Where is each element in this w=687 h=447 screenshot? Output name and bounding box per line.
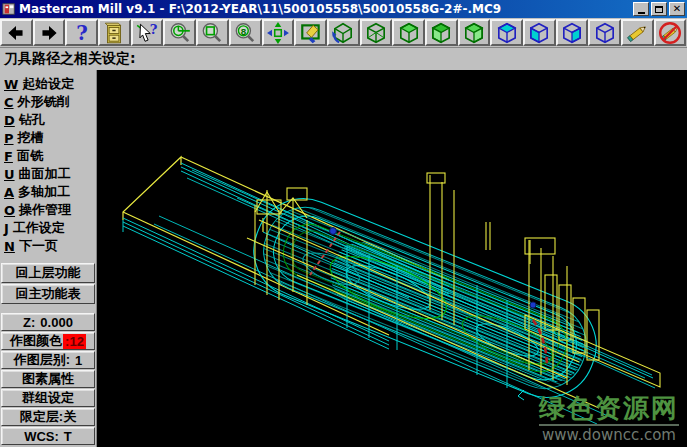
maximize-icon xyxy=(655,6,663,13)
fit-screen-button[interactable] xyxy=(262,19,295,46)
forward-arrow-icon xyxy=(37,21,61,45)
minimize-button[interactable] xyxy=(633,2,649,16)
z-value: 0.000 xyxy=(40,315,73,330)
prompt-bar: 刀具路径之相关设定: xyxy=(0,48,687,70)
repaint-button[interactable] xyxy=(294,19,327,46)
zoom-unzoom-icon: 8 xyxy=(233,21,257,45)
menu-item-start-settings[interactable]: W起始设定 xyxy=(1,75,95,93)
graphics-viewport[interactable]: 绿色资源网 www.downcc.com xyxy=(97,70,687,447)
entity-attributes-button[interactable]: 图素属性 xyxy=(1,370,95,388)
zoom-button[interactable] xyxy=(163,19,196,46)
drawing-level-value: 1 xyxy=(75,353,82,368)
main-menu-button[interactable]: 回主功能表 xyxy=(1,284,95,304)
repaint-icon xyxy=(299,21,323,45)
group-settings-button[interactable]: 群组设定 xyxy=(1,389,95,407)
svg-text:8: 8 xyxy=(241,25,247,36)
drawing-color-value: :12 xyxy=(63,334,86,349)
zoom-window-icon xyxy=(200,21,224,45)
menu-item-multiaxis[interactable]: A多轴加工 xyxy=(1,183,95,201)
fit-screen-icon xyxy=(266,21,290,45)
cursor-help-icon: ? xyxy=(135,21,159,45)
file-cabinet-icon xyxy=(102,21,126,45)
file-cabinet-button[interactable] xyxy=(98,19,131,46)
drawing-color-label: 作图颜色 xyxy=(10,332,62,350)
stray-arc xyxy=(518,390,524,400)
forward-arrow-button[interactable] xyxy=(33,19,66,46)
dynamic-rotate-button[interactable] xyxy=(327,19,360,46)
svg-text:?: ? xyxy=(76,21,88,44)
menu-item-pocket[interactable]: P挖槽 xyxy=(1,129,95,147)
limit-level-button[interactable]: 限定层:关 xyxy=(1,408,95,426)
z-label: Z: xyxy=(23,315,35,330)
cplane-top-icon xyxy=(495,21,519,45)
close-icon: ✕ xyxy=(673,4,681,14)
cplane-side-icon xyxy=(560,21,584,45)
menu-item-face[interactable]: F面铣 xyxy=(1,147,95,165)
gview-top-icon xyxy=(397,21,421,45)
menu-item-operations[interactable]: O操作管理 xyxy=(1,201,95,219)
gview-isometric-wire-icon xyxy=(364,21,388,45)
edit-off-button[interactable] xyxy=(654,19,687,46)
window-title: Mastercam Mill v9.1 - F:\2012-YEAR\11\50… xyxy=(19,2,633,16)
toolbar: ? ? xyxy=(0,18,687,48)
cplane-3d-button[interactable] xyxy=(588,19,621,46)
drawing-level-label: 作图层别: xyxy=(14,351,70,369)
menu-item-surface[interactable]: U曲面加工 xyxy=(1,165,95,183)
cplane-3d-icon xyxy=(593,21,617,45)
menu-item-drill[interactable]: D钻孔 xyxy=(1,111,95,129)
cplane-side-button[interactable] xyxy=(556,19,589,46)
back-arrow-icon xyxy=(4,21,28,45)
svg-text:?: ? xyxy=(150,22,158,37)
cursor-help-button[interactable]: ? xyxy=(131,19,164,46)
drawing-level-button[interactable]: 作图层别: 1 xyxy=(1,351,95,369)
cplane-top-button[interactable] xyxy=(490,19,523,46)
drawing-color-button[interactable]: 作图颜色 :12 xyxy=(1,332,95,350)
menu-item-contour[interactable]: C外形铣削 xyxy=(1,93,95,111)
edit-on-icon xyxy=(625,21,649,45)
menu-item-next-page[interactable]: N下一页 xyxy=(1,237,95,255)
title-bar: Mastercam Mill v9.1 - F:\2012-YEAR\11\50… xyxy=(0,0,687,18)
gview-side-button[interactable] xyxy=(458,19,491,46)
sidebar-menu: W起始设定 C外形铣削 D钻孔 P挖槽 F面铣 U曲面加工 A多轴加工 O操作管… xyxy=(0,70,97,447)
gview-side-icon xyxy=(462,21,486,45)
maximize-button[interactable] xyxy=(651,2,667,16)
wcs-value: T xyxy=(64,429,72,444)
menu-item-job-setup[interactable]: J工作设定 xyxy=(1,219,95,237)
dynamic-rotate-icon xyxy=(331,21,355,45)
close-button[interactable]: ✕ xyxy=(669,2,685,16)
zoom-unzoom-button[interactable]: 8 xyxy=(229,19,262,46)
zoom-icon xyxy=(168,21,192,45)
back-arrow-button[interactable] xyxy=(0,19,33,46)
cplane-front-button[interactable] xyxy=(523,19,556,46)
prompt-text: 刀具路径之相关设定: xyxy=(4,50,136,68)
backup-menu-button[interactable]: 回上层功能 xyxy=(1,263,95,283)
mastercam-app-icon xyxy=(2,2,16,16)
help-icon: ? xyxy=(70,21,94,45)
gview-front-button[interactable] xyxy=(425,19,458,46)
gview-top-button[interactable] xyxy=(392,19,425,46)
mastercam-window: Mastercam Mill v9.1 - F:\2012-YEAR\11\50… xyxy=(0,0,687,447)
wcs-label: WCS: xyxy=(24,429,59,444)
edit-off-icon xyxy=(658,21,682,45)
wireframe-model xyxy=(97,70,687,447)
minimize-icon xyxy=(638,12,645,14)
wcs-button[interactable]: WCS: T xyxy=(1,427,95,445)
gview-front-icon xyxy=(429,21,453,45)
help-button[interactable]: ? xyxy=(65,19,98,46)
gview-isometric-wire-button[interactable] xyxy=(360,19,393,46)
edit-on-button[interactable] xyxy=(621,19,654,46)
zoom-window-button[interactable] xyxy=(196,19,229,46)
cplane-front-icon xyxy=(527,21,551,45)
z-depth-button[interactable]: Z: 0.000 xyxy=(1,313,95,331)
